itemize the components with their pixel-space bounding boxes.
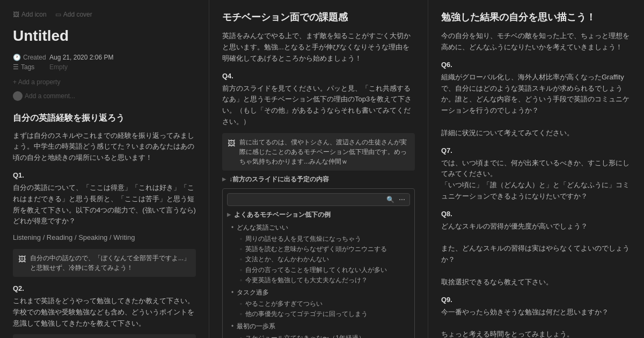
toolbar: 🖼 Add icon ▭ Add cover: [13, 11, 196, 18]
q2-callout: 🖼 ちょっとがんばったな！と思ったポイントがあれば併せて書いておいてください！: [13, 334, 196, 338]
q2-label: Q2.: [13, 284, 196, 292]
add-property-button[interactable]: + Add a property: [13, 77, 196, 87]
add-icon-button[interactable]: 🖼 Add icon: [13, 11, 47, 18]
q4-text: 前方のスライドを見てください。パッと見、「これ共感するなあ」と思うモチベーション…: [222, 83, 415, 128]
sub-item-0-0: 周りの話せる人を見て焦燥になっちゃう: [240, 234, 410, 244]
sub-list-1: やることが多すぎてつらい 他の事優先なってゴテゴテに回ってしまう: [240, 299, 410, 319]
list-item-1: タスク過多: [231, 288, 410, 298]
list-section-header: よくあるモチベーション低下の例: [227, 210, 410, 219]
add-cover-button[interactable]: ▭ Add cover: [55, 11, 92, 18]
section-heading: 自分の英語経験を振り返ろう: [13, 112, 196, 125]
ellipsis-icon[interactable]: ⋯: [399, 196, 405, 203]
sub-item-1-1: 他の事優先なってゴテゴテに回ってしまう: [240, 309, 410, 319]
created-label: 🕐 Created: [13, 54, 45, 61]
tag-icon: ☰: [13, 63, 19, 71]
tags-value: Empty: [49, 63, 68, 71]
page-title[interactable]: Untitled: [13, 27, 196, 45]
created-value: Aug 21, 2020 2:06 PM: [49, 54, 113, 61]
sub-list-0: 周りの話せる人を見て焦燥になっちゃう 英語を読むと意味からなぜずく頭がウニウニす…: [240, 234, 410, 285]
middle-callout: 🖼 前に出てるのは、僕やトシさん、渡辺さんの生徒さんが実際に感じたことのあるモチ…: [222, 133, 415, 171]
search-icon[interactable]: 🔍: [386, 196, 394, 203]
right-panel: 勉強した結果の自分を思い描こう！ 今の自分を知り、モチベの敵を知った上で、ちょっ…: [428, 0, 644, 338]
q8-text: どんなスキルの習得が優先度が高いでしょう？ また、どんなスキルの習得は実はやらな…: [441, 221, 631, 288]
list-item-2: 最初の一歩系: [231, 321, 410, 332]
callout-icon-1: 🖼: [18, 254, 26, 265]
clock-icon: 🕐: [13, 54, 21, 61]
avatar: [13, 91, 23, 101]
sub-item-0-3: 自分の言ってることを理解してくれない人が多い: [240, 265, 410, 275]
intro-text: まずは自分のスキルやこれまでの経験を振り返ってみましょう。中学生の時英語どう感じ…: [13, 130, 196, 164]
sub-item-2-0: スケジュール立てなきゃな〜（1年経過）: [240, 333, 410, 338]
left-panel: 🖼 Add icon ▭ Add cover Untitled 🕐 Create…: [0, 0, 209, 338]
right-intro: 今の自分を知り、モチベの敵を知った上で、ちょっと理想を高めに、どんなふうになりた…: [441, 31, 631, 53]
middle-intro: 英語をみんなでやる上で、まず敵を知ることがすごく大切かと思います。勉強...とな…: [222, 31, 415, 64]
toggle-header[interactable]: ↓前方のスライドに出る予定の内容: [222, 175, 415, 184]
sub-item-1-0: やることが多すぎてつらい: [240, 299, 410, 309]
right-title: 勉強した結果の自分を思い描こう！: [441, 11, 631, 24]
cover-icon: ▭: [55, 11, 61, 18]
tags-label: ☰ Tags: [13, 63, 45, 71]
q8-label: Q8.: [441, 210, 631, 218]
search-bar[interactable]: 🔍 ⋯: [227, 193, 410, 206]
list-item-0: どんな英語ごいい: [231, 223, 410, 233]
q9-text: 今一番やったら効きそうな勉強は何だと思いますか？ ちょっと考える時間をとってみま…: [441, 307, 631, 338]
meta-table: 🕐 Created Aug 21, 2020 2:06 PM ☰ Tags Em…: [13, 54, 196, 71]
toggle-content: 🔍 ⋯ よくあるモチベーション低下の例 どんな英語ごいい 周りの話せる人を見て焦…: [222, 188, 415, 338]
q6-text: 組織がグローバル化し、海外人材比率が高くなったGraffityで、自分にはどのよ…: [441, 72, 631, 139]
motivation-list: どんな英語ごいい 周りの話せる人を見て焦燥になっちゃう 英語を読むと意味からなぜ…: [231, 223, 410, 338]
q1-callout: 🖼 自分の中の話なので、「ぼくなんて全部苦手ですよ...」と悲観せず、冷静に答え…: [13, 249, 196, 277]
middle-title: モチベーション面での課題感: [222, 11, 415, 24]
q7-text: では、いつ頃までに、何が出来ているべきか、すこし形にしてみてください。 「いつ頃…: [441, 158, 631, 202]
q9-label: Q9.: [441, 296, 631, 304]
q2-text: これまで英語をどうやって勉強してきたか教えて下さい。学校での勉強や受験勉強なども…: [13, 296, 196, 329]
sub-item-0-1: 英語を読むと意味からなぜずく頭がウニウニする: [240, 244, 410, 254]
sub-item-0-4: 今更英語を勉強しても大丈夫なんだっけ？: [240, 275, 410, 285]
q1-sub: Listening / Reading / Speaking / Writing: [13, 232, 196, 244]
add-comment-button[interactable]: Add a comment...: [13, 91, 196, 101]
sub-list-2: スケジュール立てなきゃな〜（1年経過） 習慣化させたいけど定着しないなあ: [240, 333, 410, 338]
q7-label: Q7.: [441, 146, 631, 155]
callout-icon-middle: 🖼: [228, 138, 235, 149]
q4-label: Q4.: [222, 72, 415, 80]
tags-row: ☰ Tags Empty: [13, 63, 196, 71]
search-controls: 🔍 ⋯: [386, 196, 405, 203]
created-row: 🕐 Created Aug 21, 2020 2:06 PM: [13, 54, 196, 61]
image-icon: 🖼: [13, 11, 19, 18]
q1-text: 自分の英語について、「ここは得意」「これは好き」「これはまだできる」と思う長所と…: [13, 182, 196, 227]
middle-panel: モチベーション面での課題感 英語をみんなでやる上で、まず敵を知ることがすごく大切…: [209, 0, 428, 338]
q6-label: Q6.: [441, 61, 631, 69]
q1-label: Q1.: [13, 171, 196, 179]
sub-item-0-2: 文法とか、なんかわかんない: [240, 254, 410, 264]
